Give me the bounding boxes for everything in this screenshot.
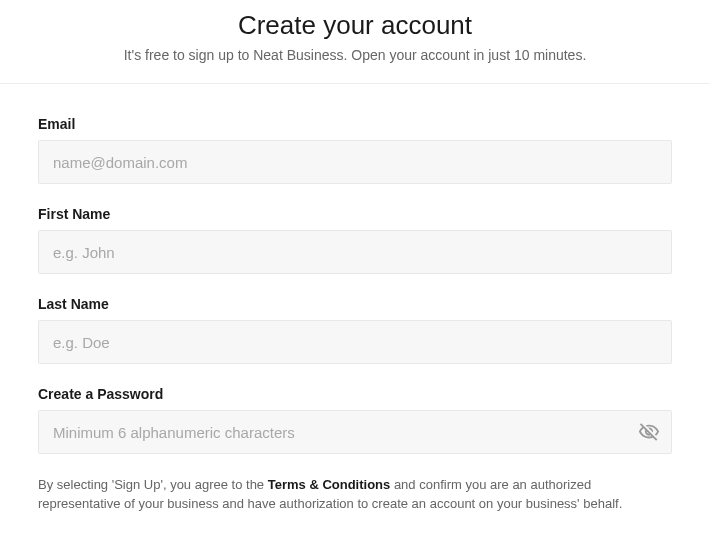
email-field-group: Email	[38, 116, 672, 184]
toggle-password-visibility-icon[interactable]	[638, 421, 660, 443]
email-input-wrap	[38, 140, 672, 184]
eye-off-icon	[638, 421, 660, 443]
first-name-input[interactable]	[38, 230, 672, 274]
terms-and-conditions-link[interactable]: Terms & Conditions	[268, 477, 391, 492]
first-name-input-wrap	[38, 230, 672, 274]
password-input[interactable]	[38, 410, 672, 454]
first-name-label: First Name	[38, 206, 672, 222]
page-subtitle: It's free to sign up to Neat Business. O…	[30, 47, 680, 63]
last-name-label: Last Name	[38, 296, 672, 312]
header: Create your account It's free to sign up…	[0, 0, 710, 84]
disclaimer-text: By selecting 'Sign Up', you agree to the…	[38, 476, 672, 514]
last-name-input-wrap	[38, 320, 672, 364]
first-name-field-group: First Name	[38, 206, 672, 274]
last-name-field-group: Last Name	[38, 296, 672, 364]
last-name-input[interactable]	[38, 320, 672, 364]
signup-form: Email First Name Last Name Create a Pass…	[0, 84, 710, 514]
disclaimer-prefix: By selecting 'Sign Up', you agree to the	[38, 477, 268, 492]
password-input-wrap	[38, 410, 672, 454]
page-title: Create your account	[30, 10, 680, 41]
password-field-group: Create a Password	[38, 386, 672, 454]
email-input[interactable]	[38, 140, 672, 184]
password-label: Create a Password	[38, 386, 672, 402]
email-label: Email	[38, 116, 672, 132]
